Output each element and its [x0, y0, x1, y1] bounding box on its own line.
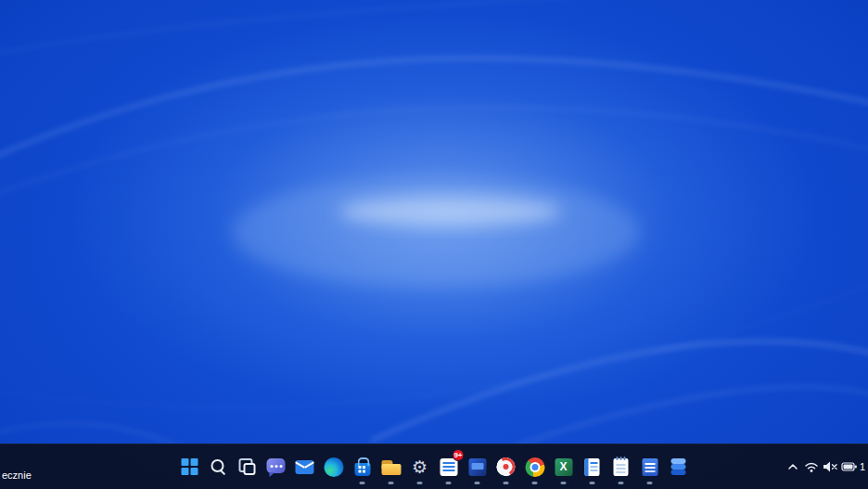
layers-app-button[interactable] [665, 448, 693, 485]
running-indicator [590, 482, 595, 484]
chat-button[interactable] [262, 448, 290, 485]
running-indicator [532, 482, 538, 484]
start-button[interactable] [176, 448, 204, 485]
notepad-app-button[interactable] [607, 448, 635, 485]
red-circle-app-button[interactable] [492, 448, 520, 485]
settings-button[interactable]: ⚙ [406, 448, 434, 485]
clock-text: 1 [860, 461, 865, 472]
search-button[interactable] [205, 448, 233, 485]
running-indicator [475, 482, 480, 484]
running-indicator [389, 482, 394, 484]
badged-app-button[interactable]: 9+ [435, 448, 463, 485]
excel-button[interactable]: X [550, 448, 578, 485]
blue-notes-icon [642, 458, 657, 476]
network-button[interactable] [802, 448, 821, 485]
tray-overflow-button[interactable] [784, 448, 802, 485]
running-indicator [619, 482, 624, 484]
blue-window-icon [468, 458, 486, 476]
edge-button[interactable] [320, 448, 348, 485]
widgets-button[interactable]: ecznie [0, 436, 39, 489]
document-app-button[interactable] [579, 448, 606, 485]
running-indicator [647, 482, 653, 484]
taskbar: ecznie [0, 444, 868, 489]
blue-notes-app-button[interactable] [636, 448, 664, 485]
chevron-up-icon [786, 460, 799, 473]
blue-window-app-button[interactable] [464, 448, 491, 485]
search-icon [211, 458, 227, 475]
chrome-button[interactable] [521, 448, 549, 485]
system-tray: 1 [784, 444, 868, 489]
edge-browser-icon [324, 457, 343, 477]
wallpaper-light-streaks [0, 0, 868, 489]
widgets-weather-label: ecznie [2, 470, 32, 481]
mail-button[interactable] [291, 448, 319, 485]
windows-start-icon [182, 458, 198, 475]
task-view-button[interactable] [234, 448, 262, 485]
mail-envelope-icon [296, 460, 314, 474]
red-circle-icon [497, 457, 516, 476]
taskbar-center-icons: ⚙ 9+ X [176, 448, 693, 485]
file-explorer-button[interactable] [377, 448, 405, 485]
running-indicator [360, 482, 365, 484]
task-view-icon [239, 458, 256, 475]
notepad-spiral-icon [614, 458, 629, 476]
layers-stack-icon [670, 457, 688, 476]
chrome-browser-icon [525, 457, 544, 477]
store-bag-icon [354, 463, 370, 476]
battery-button[interactable] [839, 448, 860, 485]
running-indicator [561, 482, 567, 484]
wifi-icon [804, 460, 819, 473]
excel-icon: X [555, 458, 572, 476]
running-indicator [446, 482, 452, 484]
volume-button[interactable] [821, 448, 839, 485]
volume-muted-icon [822, 460, 838, 473]
clock[interactable]: 1 [860, 448, 868, 485]
document-icon [585, 458, 600, 476]
list-app-icon [440, 458, 457, 476]
desktop-background[interactable]: ecznie [0, 0, 868, 489]
microsoft-store-button[interactable] [349, 448, 377, 485]
chat-bubble-icon [267, 458, 286, 473]
battery-icon [841, 461, 858, 472]
gear-icon: ⚙ [412, 458, 428, 476]
folder-icon [381, 460, 401, 475]
running-indicator [417, 482, 423, 484]
running-indicator [504, 482, 509, 484]
